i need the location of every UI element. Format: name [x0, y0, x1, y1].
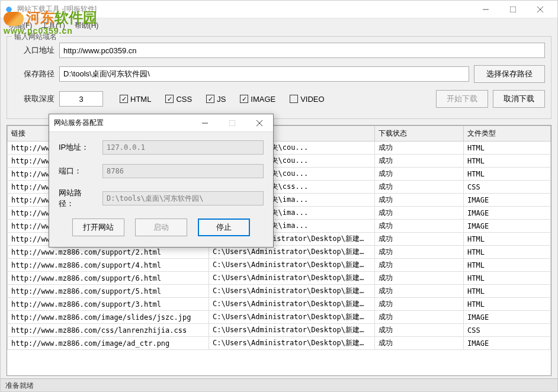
- cell-status: 成功: [375, 311, 464, 324]
- menu-func[interactable]: 功能(F): [4, 18, 37, 33]
- cell-type: HTML: [464, 168, 551, 181]
- svg-rect-1: [510, 7, 516, 12]
- cell-type: IMAGE: [464, 220, 551, 233]
- port-input: [102, 164, 264, 178]
- cell-status: 成功: [375, 337, 464, 350]
- open-site-button[interactable]: 打开网站: [72, 219, 124, 236]
- cell-status: 成功: [375, 259, 464, 272]
- table-row[interactable]: http://www.mz886.com/support/6.htmlC:\Us…: [8, 272, 551, 285]
- table-row[interactable]: http://www.mz886.com/support/4.htmlC:\Us…: [8, 259, 551, 272]
- table-row[interactable]: http://www.mz886.com/image/slides/jszc.j…: [8, 311, 551, 324]
- entry-url-input[interactable]: [59, 43, 545, 58]
- cell-status: 成功: [375, 194, 464, 207]
- cb-video[interactable]: VIDEO: [290, 95, 324, 104]
- webpath-label: 网站路径：: [59, 188, 97, 209]
- server-config-dialog: 网站服务器配置 IP地址： 端口： 网站路径： 打开网站 启动 停止: [49, 114, 274, 248]
- cell-link: http://www.mz886.com/support/5.html: [8, 285, 209, 298]
- cb-html[interactable]: ✓HTML: [120, 95, 151, 104]
- menu-tool[interactable]: 工具(T): [37, 18, 69, 33]
- cell-type: IMAGE: [464, 311, 551, 324]
- cell-status: 成功: [375, 168, 464, 181]
- choose-path-button[interactable]: 选择保存路径: [474, 65, 545, 83]
- cancel-download-button[interactable]: 取消下载: [493, 90, 545, 108]
- cell-path: C:\Users\Administrator\Desktop\新建文件夹\css…: [209, 324, 375, 337]
- cell-path: C:\Users\Administrator\Desktop\新建文件夹\sup…: [209, 298, 375, 311]
- cell-path: C:\Users\Administrator\Desktop\新建文件夹\sup…: [209, 285, 375, 298]
- cell-status: 成功: [375, 142, 464, 155]
- cell-status: 成功: [375, 207, 464, 220]
- cell-type: HTML: [464, 142, 551, 155]
- cell-status: 成功: [375, 272, 464, 285]
- cell-status: 成功: [375, 298, 464, 311]
- entry-label: 入口地址: [13, 45, 54, 56]
- cell-link: http://www.mz886.com/support/6.html: [8, 272, 209, 285]
- cell-link: http://www.mz886.com/css/lanrenzhijia.cs…: [8, 324, 209, 337]
- dialog-maximize-button: [219, 114, 246, 132]
- cell-type: HTML: [464, 155, 551, 168]
- statusbar: 准备就绪: [1, 378, 557, 391]
- ip-input: [102, 140, 264, 155]
- cell-type: HTML: [464, 259, 551, 272]
- cb-image[interactable]: ✓IMAGE: [240, 95, 275, 104]
- svg-rect-5: [229, 120, 235, 126]
- dialog-close-button[interactable]: [246, 114, 273, 132]
- port-label: 端口：: [59, 166, 97, 176]
- dialog-title: 网站服务器配置: [49, 118, 191, 128]
- cell-type: IMAGE: [464, 207, 551, 220]
- cell-type: CSS: [464, 181, 551, 194]
- cell-type: CSS: [464, 324, 551, 337]
- cell-type: IMAGE: [464, 337, 551, 350]
- cell-status: 成功: [375, 220, 464, 233]
- stop-server-button[interactable]: 停止: [198, 219, 250, 236]
- cell-status: 成功: [375, 246, 464, 259]
- cell-link: http://www.mz886.com/support/4.html: [8, 259, 209, 272]
- dialog-minimize-button[interactable]: [191, 114, 219, 132]
- cb-js[interactable]: ✓JS: [206, 95, 226, 104]
- menubar: 功能(F) 工具(T) 帮助(H): [1, 18, 557, 33]
- close-button[interactable]: [527, 1, 554, 18]
- depth-label: 获取深度: [13, 94, 54, 104]
- cell-type: HTML: [464, 233, 551, 246]
- cell-path: C:\Users\Administrator\Desktop\新建文件夹\ima…: [209, 337, 375, 350]
- th-type[interactable]: 文件类型: [464, 126, 551, 142]
- table-row[interactable]: http://www.mz886.com/support/5.htmlC:\Us…: [8, 285, 551, 298]
- cell-link: http://www.mz886.com/image/ad_ctr.png: [8, 337, 209, 350]
- cell-type: HTML: [464, 272, 551, 285]
- cell-status: 成功: [375, 285, 464, 298]
- config-group: 输入网站域名 入口地址 保存路径 选择保存路径 获取深度 ✓HTML ✓CSS …: [7, 36, 551, 119]
- cell-status: 成功: [375, 155, 464, 168]
- cell-path: C:\Users\Administrator\Desktop\新建文件夹\sup…: [209, 272, 375, 285]
- cell-link: http://www.mz886.com/support/3.html: [8, 298, 209, 311]
- webpath-input: [102, 191, 264, 205]
- ip-label: IP地址：: [59, 142, 97, 153]
- config-legend: 输入网站域名: [12, 32, 59, 42]
- menu-help[interactable]: 帮助(H): [70, 18, 104, 33]
- table-row[interactable]: http://www.mz886.com/support/3.htmlC:\Us…: [8, 298, 551, 311]
- cell-type: IMAGE: [464, 194, 551, 207]
- maximize-button[interactable]: [499, 1, 527, 18]
- save-path-input[interactable]: [59, 66, 469, 82]
- start-download-button[interactable]: 开始下载: [436, 90, 488, 108]
- th-status[interactable]: 下载状态: [375, 126, 464, 142]
- cell-type: HTML: [464, 246, 551, 259]
- cb-css[interactable]: ✓CSS: [165, 95, 192, 104]
- cell-path: C:\Users\Administrator\Desktop\新建文件夹\sup…: [209, 259, 375, 272]
- cell-type: HTML: [464, 285, 551, 298]
- start-server-button[interactable]: 启动: [135, 219, 187, 236]
- cell-status: 成功: [375, 233, 464, 246]
- window-title: 网站下载工具 -[明振软件]: [17, 4, 472, 14]
- main-titlebar: 网站下载工具 -[明振软件]: [1, 1, 557, 18]
- cell-path: C:\Users\Administrator\Desktop\新建文件夹\ima…: [209, 311, 375, 324]
- depth-input[interactable]: [59, 91, 103, 107]
- cell-link: http://www.mz886.com/image/slides/jszc.j…: [8, 311, 209, 324]
- cell-status: 成功: [375, 181, 464, 194]
- save-path-label: 保存路径: [13, 69, 54, 79]
- minimize-button[interactable]: [472, 1, 499, 18]
- cell-type: HTML: [464, 298, 551, 311]
- app-icon: [4, 5, 14, 14]
- table-row[interactable]: http://www.mz886.com/image/ad_ctr.pngC:\…: [8, 337, 551, 350]
- cell-status: 成功: [375, 324, 464, 337]
- table-row[interactable]: http://www.mz886.com/css/lanrenzhijia.cs…: [8, 324, 551, 337]
